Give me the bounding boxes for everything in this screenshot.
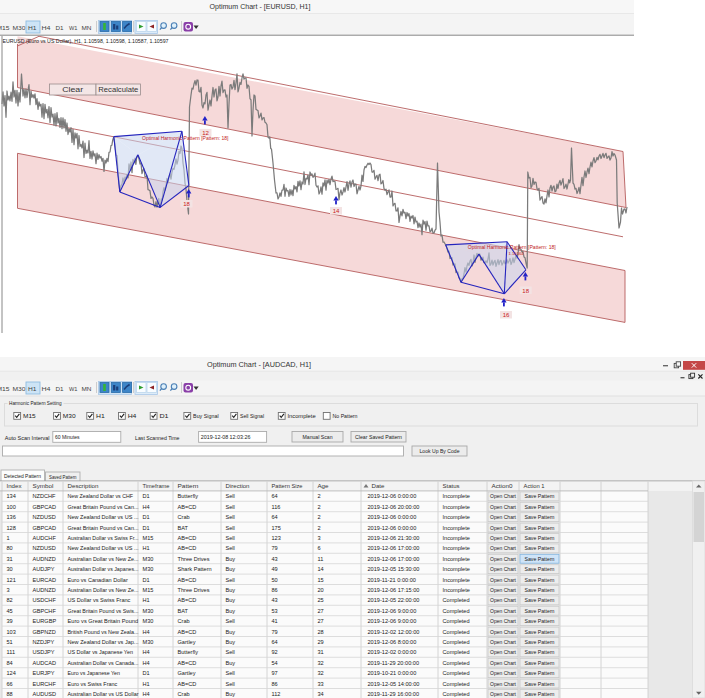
svg-text:49: 49 [272,566,278,572]
svg-text:2019-10-21 0:00:00: 2019-10-21 0:00:00 [368,670,417,676]
svg-text:Sell: Sell [226,545,235,551]
svg-text:60 Minutes: 60 Minutes [55,434,80,440]
svg-text:Open Chart: Open Chart [490,493,516,499]
svg-text:H4: H4 [42,24,52,31]
svg-text:Sell: Sell [226,577,235,583]
svg-text:Action0: Action0 [492,483,513,489]
svg-text:Open Chart: Open Chart [490,525,516,531]
svg-text:Butterfly: Butterfly [178,493,199,499]
svg-text:H4: H4 [143,504,150,510]
svg-text:Save Pattern: Save Pattern [525,587,555,593]
svg-text:103: 103 [7,629,16,635]
svg-text:Australian Dollar vs New Ze...: Australian Dollar vs New Ze... [68,556,139,562]
svg-text:US Dollar vs Swiss Franc: US Dollar vs Swiss Franc [68,597,131,603]
svg-text:H1: H1 [143,597,150,603]
svg-text:Status: Status [443,483,460,489]
svg-text:Saved Pattern: Saved Pattern [49,474,77,480]
svg-text:Save Pattern: Save Pattern [525,681,555,687]
svg-text:New Zealand Dollar vs Jap...: New Zealand Dollar vs Jap... [68,639,139,645]
svg-text:EURUSD (Euro vs US Dollar), H1: EURUSD (Euro vs US Dollar), H1, 1.10598,… [3,38,169,44]
svg-text:Save Pattern: Save Pattern [525,535,555,541]
svg-text:29: 29 [318,639,324,645]
svg-text:Completed: Completed [443,608,470,614]
svg-text:2019-12-06 17:00:00: 2019-12-06 17:00:00 [368,556,420,562]
svg-text:Pattern: Pattern [178,483,199,489]
svg-text:2019-12-06 8:00:00: 2019-12-06 8:00:00 [368,639,417,645]
svg-text:2019-12-08 12:03:26: 2019-12-08 12:03:26 [201,434,251,440]
svg-text:Open Chart: Open Chart [490,660,516,666]
svg-text:Buy: Buy [226,608,236,614]
svg-text:Great Britain Pound vs Can...: Great Britain Pound vs Can... [68,504,139,510]
svg-text:Open Chart: Open Chart [490,504,516,510]
svg-text:D1: D1 [56,385,65,392]
svg-text:Open Chart: Open Chart [490,629,516,635]
svg-text:H1: H1 [28,385,37,392]
svg-text:15: 15 [318,577,324,583]
svg-text:Clear: Clear [62,85,84,94]
svg-text:Sell: Sell [226,535,235,541]
svg-text:New Zealand Dollar vs US ...: New Zealand Dollar vs US ... [68,545,139,551]
svg-text:AUDNZD: AUDNZD [33,556,56,562]
svg-text:2019-12-05 22:00:00: 2019-12-05 22:00:00 [368,597,420,603]
svg-text:Save Pattern: Save Pattern [525,504,555,510]
svg-text:Open Chart: Open Chart [490,670,516,676]
svg-text:79: 79 [272,545,278,551]
svg-text:GBPNZD: GBPNZD [33,629,56,635]
svg-text:Save Pattern: Save Pattern [525,608,555,614]
svg-text:50: 50 [272,577,278,583]
svg-text:Incomplete: Incomplete [443,577,470,583]
svg-text:Three Drives: Three Drives [178,556,210,562]
svg-text:Age: Age [318,483,329,489]
svg-text:134: 134 [7,493,16,499]
svg-text:H1: H1 [143,545,150,551]
svg-text:AB=CD: AB=CD [178,597,197,603]
svg-text:86: 86 [272,681,278,687]
svg-text:Completed: Completed [443,639,470,645]
svg-text:British Pound vs New Zeala...: British Pound vs New Zeala... [68,629,139,635]
svg-text:AB=CD: AB=CD [178,577,197,583]
svg-text:Auto Scan Interval: Auto Scan Interval [5,435,50,441]
svg-text:79: 79 [272,629,278,635]
svg-text:Open Chart: Open Chart [490,618,516,624]
svg-text:2: 2 [318,504,321,510]
svg-text:31: 31 [318,649,324,655]
svg-text:Clear Saved Pattern: Clear Saved Pattern [355,434,402,440]
svg-text:28: 28 [318,629,324,635]
svg-text:M15: M15 [143,587,154,593]
svg-text:3: 3 [318,535,321,541]
svg-text:M30: M30 [143,556,154,562]
svg-text:Save Pattern: Save Pattern [525,660,555,666]
svg-text:Sell: Sell [226,670,235,676]
svg-text:Last Scanned Time: Last Scanned Time [135,435,180,441]
svg-text:Optimum Chart - [EURUSD, H1]: Optimum Chart - [EURUSD, H1] [210,2,311,11]
svg-text:2019-12-06 0:00:00: 2019-12-06 0:00:00 [368,493,417,499]
svg-text:2019-12-06 17:15:00: 2019-12-06 17:15:00 [368,587,420,593]
svg-text:Open Chart: Open Chart [490,597,516,603]
svg-text:Incomplete: Incomplete [443,493,470,499]
svg-text:Euro vs Canadian Dollar: Euro vs Canadian Dollar [68,577,128,583]
svg-text:GBPCAD: GBPCAD [33,504,57,510]
svg-text:Open Chart: Open Chart [490,691,516,697]
svg-text:Completed: Completed [443,691,470,697]
svg-text:Euro vs Swiss Franc: Euro vs Swiss Franc [68,681,118,687]
svg-text:D1: D1 [143,525,150,531]
svg-text:Symbol: Symbol [33,483,54,489]
svg-text:Euro vs Great Britain Pound: Euro vs Great Britain Pound [68,618,139,624]
svg-text:Description: Description [68,483,99,489]
svg-text:D1: D1 [143,493,150,499]
svg-text:2: 2 [318,514,321,520]
svg-text:Buy: Buy [226,691,236,697]
svg-text:64: 64 [272,639,278,645]
svg-text:H1: H1 [143,681,150,687]
svg-text:32: 32 [318,660,324,666]
svg-text:Open Chart: Open Chart [490,514,516,520]
svg-text:2019-12-05 14:00:00: 2019-12-05 14:00:00 [368,681,420,687]
svg-text:2: 2 [318,493,321,499]
svg-text:Buy: Buy [226,556,236,562]
svg-text:Open Chart: Open Chart [490,556,516,562]
svg-text:D1: D1 [159,413,169,419]
svg-text:2019-12-02 0:00:00: 2019-12-02 0:00:00 [368,649,417,655]
svg-text:M30: M30 [143,639,154,645]
svg-text:Save Pattern: Save Pattern [525,493,555,499]
svg-text:Manual Scan: Manual Scan [303,434,333,440]
